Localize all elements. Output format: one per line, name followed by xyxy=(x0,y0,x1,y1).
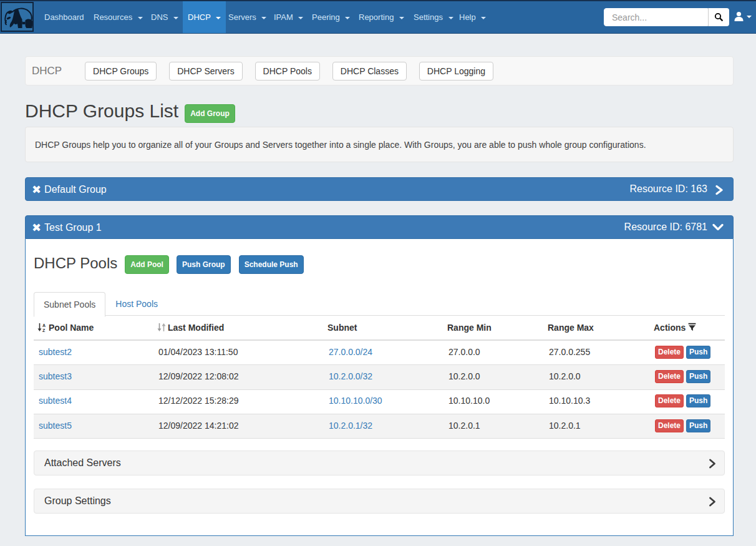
svg-text:Z: Z xyxy=(42,328,46,333)
svg-text:A: A xyxy=(42,323,46,328)
